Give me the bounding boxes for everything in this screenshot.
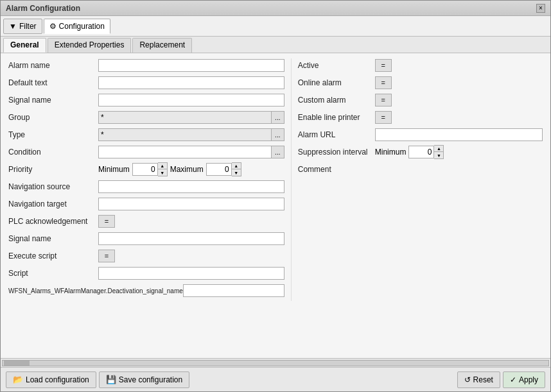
condition-input-group: ... (98, 146, 284, 158)
priority-max-down-arrow[interactable]: ▼ (232, 169, 241, 176)
horizontal-scrollbar-area (1, 358, 550, 367)
suppression-min-down-arrow[interactable]: ▼ (434, 152, 443, 158)
bottom-bar: 📂 Load configuration 💾 Save configuratio… (1, 367, 550, 391)
group-dots-button[interactable]: ... (272, 111, 284, 124)
close-button[interactable]: × (536, 4, 545, 13)
horizontal-scrollbar[interactable] (2, 360, 549, 366)
execute-script-label: Execute script (8, 251, 98, 260)
tab-replacement[interactable]: Replacement (132, 38, 192, 53)
priority-row: Priority Minimum ▲ ▼ Maximum (8, 162, 284, 176)
active-toggle[interactable]: = (375, 59, 392, 72)
wfsn-row: WFSN_Alarms_WFAlarmManager.Deactivation_… (8, 284, 284, 298)
alarm-url-label: Alarm URL (298, 130, 375, 139)
scrollbar-thumb[interactable] (4, 361, 30, 366)
plc-ack-toggle[interactable]: = (98, 215, 115, 228)
toolbar: ▼ Filter ⚙ Configuration (1, 16, 550, 37)
filter-icon: ▼ (9, 22, 17, 31)
type-row: Type ... (8, 128, 284, 142)
script-row: Script (8, 266, 284, 280)
filter-button[interactable]: ▼ Filter (3, 19, 42, 34)
condition-row: Condition ... (8, 145, 284, 159)
signal-name-label: Signal name (8, 96, 98, 105)
suppression-row: Suppression interval Minimum ▲ ▼ (298, 145, 543, 159)
default-text-row: Default text (8, 76, 284, 90)
suppression-min-arrows: ▲ ▼ (434, 145, 444, 159)
type-dots-button[interactable]: ... (272, 128, 284, 141)
active-label: Active (298, 61, 375, 70)
wfsn-input[interactable] (183, 284, 284, 297)
apply-label: Apply (519, 375, 538, 384)
nav-target-input[interactable] (98, 198, 284, 210)
save-icon: 💾 (106, 375, 116, 384)
priority-max-input[interactable] (206, 163, 232, 176)
script-input[interactable] (98, 267, 284, 280)
enable-printer-toggle[interactable]: = (375, 111, 392, 124)
window-title: Alarm Configuration (6, 4, 80, 13)
priority-min-arrows: ▲ ▼ (158, 162, 168, 176)
content-area: Alarm name Default text Signal name Grou… (1, 53, 550, 367)
condition-input[interactable] (98, 146, 272, 158)
load-configuration-button[interactable]: 📂 Load configuration (6, 371, 96, 388)
execute-script-toggle[interactable]: = (98, 250, 115, 262)
priority-max-label: Maximum (170, 165, 204, 174)
nav-target-row: Navigation target (8, 197, 284, 211)
configuration-button[interactable]: ⚙ Configuration (44, 19, 110, 34)
group-label: Group (8, 113, 98, 122)
priority-max-up-arrow[interactable]: ▲ (232, 163, 241, 169)
priority-min-up-arrow[interactable]: ▲ (158, 163, 167, 169)
priority-min-down-arrow[interactable]: ▼ (158, 169, 167, 176)
suppression-min-up-arrow[interactable]: ▲ (434, 146, 443, 152)
type-input[interactable] (98, 128, 272, 141)
online-alarm-label: Online alarm (298, 78, 375, 87)
priority-label: Priority (8, 165, 98, 174)
right-panel: Active = Online alarm = Custom alarm (291, 58, 543, 301)
custom-alarm-row: Custom alarm = (298, 93, 543, 107)
tab-extended-properties[interactable]: Extended Properties (48, 38, 132, 53)
suppression-label: Suppression interval (298, 148, 375, 157)
signal-name2-input[interactable] (98, 232, 284, 245)
apply-button[interactable]: ✓ Apply (503, 371, 545, 388)
form-area: Alarm name Default text Signal name Grou… (1, 53, 550, 358)
alarm-name-row: Alarm name (8, 58, 284, 72)
type-input-group: ... (98, 128, 284, 141)
bottom-right-actions: ↺ Reset ✓ Apply (457, 371, 545, 388)
comment-row: Comment (298, 162, 543, 176)
default-text-input[interactable] (98, 76, 284, 89)
priority-min-spinbox: ▲ ▼ (132, 162, 168, 176)
nav-source-input[interactable] (98, 180, 284, 193)
left-panel: Alarm name Default text Signal name Grou… (8, 58, 291, 301)
plc-ack-row: PLC acknowledgement = (8, 214, 284, 228)
custom-alarm-toggle[interactable]: = (375, 94, 392, 107)
signal-name-input[interactable] (98, 94, 284, 107)
load-icon: 📂 (13, 375, 23, 384)
tab-general[interactable]: General (3, 38, 46, 53)
tabs-row: General Extended Properties Replacement (1, 37, 550, 53)
enable-printer-label: Enable line printer (298, 113, 375, 122)
reset-button[interactable]: ↺ Reset (457, 371, 500, 388)
alarm-name-input[interactable] (98, 59, 284, 72)
online-alarm-toggle[interactable]: = (375, 76, 392, 89)
filter-label: Filter (19, 22, 37, 31)
priority-min-input[interactable] (132, 163, 158, 176)
execute-script-row: Execute script = (8, 249, 284, 263)
comment-label: Comment (298, 165, 375, 174)
save-configuration-label: Save configuration (119, 375, 182, 384)
online-alarm-row: Online alarm = (298, 76, 543, 90)
condition-dots-button[interactable]: ... (272, 146, 284, 158)
alarm-url-row: Alarm URL (298, 128, 543, 142)
close-icon: × (539, 4, 543, 12)
group-row: Group ... (8, 110, 284, 124)
nav-source-row: Navigation source (8, 180, 284, 194)
suppression-min-input[interactable] (408, 146, 434, 158)
enable-printer-row: Enable line printer = (298, 110, 543, 124)
bottom-left-actions: 📂 Load configuration 💾 Save configuratio… (6, 371, 189, 388)
alarm-configuration-window: Alarm Configuration × ▼ Filter ⚙ Configu… (0, 0, 551, 392)
reset-icon: ↺ (464, 375, 471, 384)
nav-target-label: Navigation target (8, 200, 98, 209)
type-label: Type (8, 130, 98, 139)
signal-name2-label: Signal name (8, 234, 98, 243)
group-input-group: ... (98, 111, 284, 124)
alarm-url-input[interactable] (375, 128, 543, 141)
group-input[interactable] (98, 111, 272, 124)
save-configuration-button[interactable]: 💾 Save configuration (99, 371, 189, 388)
